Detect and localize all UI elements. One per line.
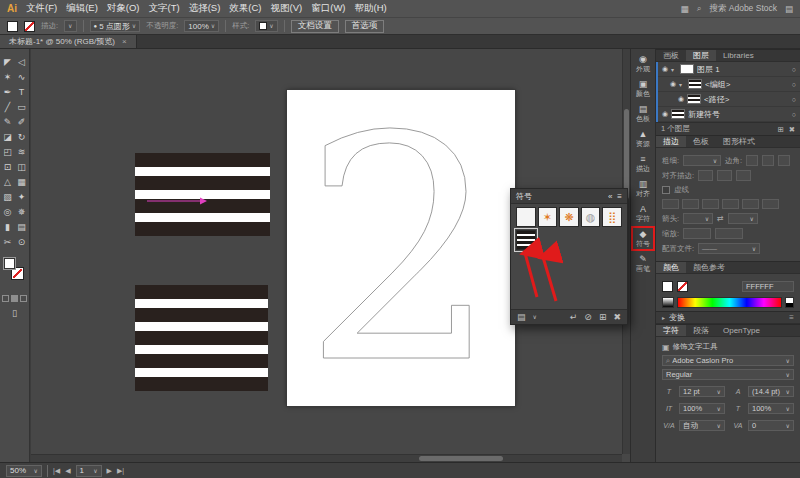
- align-outside-button[interactable]: [736, 170, 751, 181]
- last-artboard-icon[interactable]: ▶|: [117, 467, 124, 475]
- type-tool-icon[interactable]: T: [15, 84, 29, 99]
- symbol-thumb-dots[interactable]: ⣿: [602, 207, 622, 227]
- tab-paragraph[interactable]: 段落: [686, 325, 716, 336]
- first-artboard-icon[interactable]: |◀: [53, 467, 60, 475]
- menu-object[interactable]: 对象(O): [107, 2, 140, 15]
- expand-icon[interactable]: ▸: [662, 314, 665, 321]
- panel-icon-character[interactable]: A 字符: [631, 201, 655, 226]
- vertical-scale-field[interactable]: 100% ∨: [679, 403, 725, 414]
- scale-tool-icon[interactable]: ◰: [1, 144, 15, 159]
- workspace-switcher-icon[interactable]: ▦: [681, 4, 689, 14]
- artboard[interactable]: 2: [287, 90, 515, 406]
- menu-file[interactable]: 文件(F): [26, 2, 57, 15]
- tab-layers[interactable]: 图层: [686, 50, 716, 61]
- tab-libraries[interactable]: Libraries: [716, 50, 761, 61]
- menu-window[interactable]: 窗口(W): [311, 2, 345, 15]
- gap-field[interactable]: [762, 199, 779, 209]
- swap-arrowheads-icon[interactable]: ⇄: [717, 214, 724, 223]
- panel-icon-color[interactable]: ▣ 颜色: [631, 76, 655, 101]
- next-artboard-icon[interactable]: ▶: [107, 467, 112, 475]
- eraser-tool-icon[interactable]: ◪: [1, 129, 15, 144]
- numeral-outline-artwork[interactable]: 2: [287, 90, 515, 406]
- fill-stroke-indicator[interactable]: [0, 255, 29, 291]
- perspective-grid-tool-icon[interactable]: △: [1, 174, 15, 189]
- layer-row[interactable]: ◉ ▾ 图层 1 ○: [658, 62, 800, 77]
- rotate-tool-icon[interactable]: ↻: [15, 129, 29, 144]
- touch-type-icon[interactable]: ▣: [662, 343, 670, 352]
- stroke-weight-dropdown[interactable]: ∨: [64, 20, 76, 32]
- dash-field[interactable]: [742, 199, 759, 209]
- slice-tool-icon[interactable]: ✂: [1, 234, 15, 249]
- leading-field[interactable]: (14.4 pt) ∨: [748, 386, 794, 397]
- column-graph-tool-icon[interactable]: ▮: [1, 219, 15, 234]
- vertical-scrollbar-thumb[interactable]: [624, 109, 629, 199]
- menu-help[interactable]: 帮助(H): [355, 2, 387, 15]
- tracking-field[interactable]: 0 ∨: [748, 420, 794, 431]
- previous-artboard-icon[interactable]: ◀: [65, 467, 70, 475]
- panel-icon-align[interactable]: ▥ 对齐: [631, 176, 655, 201]
- bevel-join-button[interactable]: [778, 155, 790, 166]
- magic-wand-tool-icon[interactable]: ✶: [1, 69, 15, 84]
- symbol-thumb-blob[interactable]: ◍: [581, 207, 601, 227]
- tab-color[interactable]: 颜色: [656, 262, 686, 273]
- white-black-wells[interactable]: [785, 297, 794, 308]
- mesh-tool-icon[interactable]: ▦: [15, 174, 29, 189]
- draw-normal-icon[interactable]: [2, 295, 9, 302]
- eyedropper-tool-icon[interactable]: ✦: [15, 189, 29, 204]
- menu-effect[interactable]: 效果(C): [229, 2, 261, 15]
- fill-proxy-swatch[interactable]: [662, 281, 673, 292]
- preferences-button[interactable]: 首选项: [345, 20, 385, 33]
- arrow-scale-end-field[interactable]: [715, 228, 743, 239]
- screen-mode-icon[interactable]: ▯: [12, 308, 17, 318]
- grayscale-ramp[interactable]: [662, 297, 674, 308]
- target-icon[interactable]: ○: [792, 66, 796, 73]
- gap-field[interactable]: [722, 199, 739, 209]
- tab-opentype[interactable]: OpenType: [716, 325, 767, 336]
- pen-tool-icon[interactable]: ✒: [1, 84, 15, 99]
- horizontal-scrollbar[interactable]: [31, 454, 622, 462]
- panel-icon-symbols[interactable]: ◆ 符号: [631, 226, 655, 251]
- delete-layer-icon[interactable]: ✖: [789, 125, 795, 134]
- miter-join-button[interactable]: [746, 155, 758, 166]
- stock-search-label[interactable]: 搜索 Adobe Stock: [709, 3, 777, 15]
- stroke-weight-field[interactable]: ∨: [683, 155, 721, 166]
- direct-selection-tool-icon[interactable]: ◁: [15, 54, 29, 69]
- visibility-icon[interactable]: ◉: [662, 110, 668, 118]
- width-tool-icon[interactable]: ≋: [15, 144, 29, 159]
- arrow-scale-start-field[interactable]: [683, 228, 711, 239]
- panel-icon-assets[interactable]: ▲ 资源: [631, 126, 655, 151]
- search-icon[interactable]: ⌕: [697, 3, 702, 14]
- menu-type[interactable]: 文字(T): [149, 2, 180, 15]
- symbol-sprayer-tool-icon[interactable]: ✵: [15, 204, 29, 219]
- tab-character[interactable]: 字符: [656, 325, 686, 336]
- kerning-field[interactable]: 自动 ∨: [679, 420, 725, 431]
- expand-icon[interactable]: ▾: [679, 81, 685, 88]
- tab-artboards[interactable]: 画板: [656, 50, 686, 61]
- symbol-thumb-blank[interactable]: [516, 207, 536, 227]
- app-grid-icon[interactable]: ▤: [785, 4, 793, 14]
- font-size-field[interactable]: 12 pt ∨: [679, 386, 725, 397]
- visibility-icon[interactable]: ◉: [662, 65, 668, 73]
- menu-edit[interactable]: 编辑(E): [66, 2, 98, 15]
- place-symbol-icon[interactable]: ↵: [570, 312, 578, 322]
- visibility-icon[interactable]: ◉: [670, 80, 676, 88]
- free-transform-tool-icon[interactable]: ⊡: [1, 159, 15, 174]
- dashed-line-checkbox[interactable]: [662, 186, 670, 194]
- layer-row[interactable]: ◉ ▾ <编组> ○: [658, 77, 800, 92]
- delete-symbol-icon[interactable]: ✖: [613, 312, 621, 322]
- striped-artwork-bottom[interactable]: [135, 285, 268, 391]
- document-setup-button[interactable]: 文档设置: [291, 20, 339, 33]
- new-symbol-icon[interactable]: ⊞: [599, 312, 607, 322]
- target-icon[interactable]: ○: [792, 111, 796, 118]
- panel-menu-icon[interactable]: ≡: [789, 313, 794, 322]
- width-profile-dropdown[interactable]: —— ∨: [698, 243, 760, 254]
- collapse-icon[interactable]: «: [608, 192, 612, 201]
- close-icon[interactable]: ×: [122, 37, 127, 46]
- artboard-nav-dropdown[interactable]: 1 ∨: [76, 465, 102, 477]
- transform-panel-header[interactable]: ▸ 变换 ≡: [656, 311, 800, 324]
- document-tab[interactable]: 未标题-1* @ 50% (RGB/预览) ×: [0, 35, 137, 48]
- rainbow-spectrum[interactable]: [677, 297, 782, 308]
- panel-icon-appearance[interactable]: ◉ 外观: [631, 51, 655, 76]
- fill-indicator[interactable]: [3, 257, 16, 270]
- blend-tool-icon[interactable]: ◎: [1, 204, 15, 219]
